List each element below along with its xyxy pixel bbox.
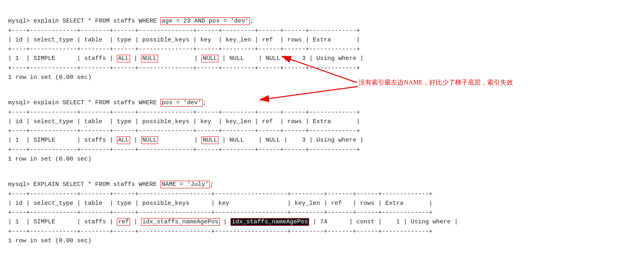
block3-row: | 1 | SIMPLE | staffs | ref | idx_staffs… <box>8 218 458 226</box>
block2-rowcount: 1 row in set (0.00 sec) <box>8 156 91 163</box>
block2-divider1: +----+-------------+--------+------+----… <box>8 109 360 116</box>
block3-divider1: +----+-------------+--------+------+----… <box>8 191 432 198</box>
block2-divider2: +----+-------------+--------+------+----… <box>8 128 360 134</box>
block3-divider2: +----+-------------+--------+------+----… <box>8 209 432 216</box>
block3-header: | id | select_type | table | type | poss… <box>8 200 432 207</box>
block1-highlight1: age = 23 AND pos = 'dev' <box>160 17 250 25</box>
block1-header: | id | select_type | table | type | poss… <box>8 37 360 43</box>
block2: mysql> explain SELECT * FROM staffs WHER… <box>8 89 636 164</box>
block3-highlight: NAME = 'July' <box>160 181 210 188</box>
block3: mysql> EXPLAIN SELECT * FROM staffs WHER… <box>8 171 636 245</box>
annotation-text: 没有索引最左边NAME，好比少了梯子底层，索引失效 <box>359 78 513 87</box>
block3-rowcount: 1 row in set (0.00 sec) <box>8 237 91 244</box>
block2-header: | id | select_type | table | type | poss… <box>8 118 360 125</box>
block1-divider3: +----+-------------+--------+------+----… <box>8 65 360 72</box>
block1-rowcount: 1 row in set (0.00 sec) <box>8 74 91 81</box>
block3-cmd: mysql> EXPLAIN SELECT * FROM staffs WHER… <box>8 181 160 188</box>
block2-cmd: mysql> explain SELECT * FROM staffs WHER… <box>8 99 160 106</box>
block2-divider3: +----+-------------+--------+------+----… <box>8 146 360 153</box>
block1-cmd: mysql> explain SELECT * FROM staffs WHER… <box>8 18 160 25</box>
block2-highlight: pos = 'dev' <box>160 99 203 107</box>
block1-row: | 1 | SIMPLE | staffs | ALL | NULL | NUL… <box>8 55 364 62</box>
block1-divider1: +----+-------------+--------+------+----… <box>8 27 360 34</box>
block1-divider2: +----+-------------+--------+------+----… <box>8 46 360 53</box>
block3-divider3: +----+-------------+--------+------+----… <box>8 228 432 235</box>
block1: mysql> explain SELECT * FROM staffs WHER… <box>8 7 636 82</box>
block2-row: | 1 | SIMPLE | staffs | ALL | NULL | NUL… <box>8 136 364 144</box>
